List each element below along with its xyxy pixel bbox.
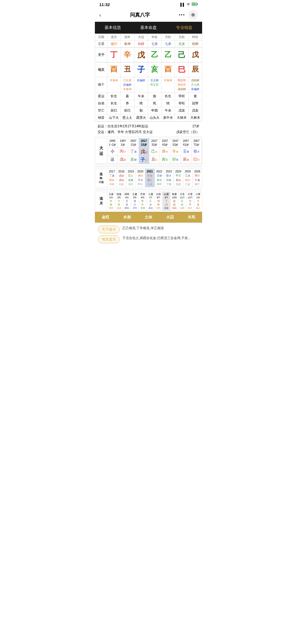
status-icons: ▌▌ [180,2,198,7]
tab-bar: 基本信息 基本命盘 专业细盘 [95,22,202,34]
lm-7: 立秋8/7丙申印伤 [155,192,163,211]
kw-7: 戊亥 [189,107,202,114]
dy-year-3: 200713岁 [128,138,139,148]
dy-branch-6: 寅官 [160,156,170,164]
zanggan-liunian: 己比肩 癸偏财 辛食神 [121,77,134,93]
svg-rect-2 [192,3,196,5]
battery-icon [192,2,198,7]
wuxing-tu: 土休 [138,212,159,223]
wuxing-mu: 木死 [181,212,202,223]
more-button[interactable]: ••• [179,12,185,17]
zz-2: 养 [121,100,134,107]
zz-6: 帝旺 [175,100,188,107]
ny-3: 霹雳火 [134,114,148,121]
ln-2017: 2017丁枭酉食辛卯 [107,169,117,187]
lm-9: 寒露10/8戊戌劫劫 [170,192,178,211]
label-nayin: 纳音 [95,114,107,121]
liuyue-grid: 流月 立春2/3庚寅伤官 惊蛰3/5辛卯食杀 清明4/4壬辰财劫 立夏5/5癸巳… [95,192,202,211]
zanggan-dayun: 癸偏财 [134,77,148,93]
zz-3: 绝 [134,100,148,107]
branch-nian: 亥 [148,63,161,77]
ny-6: 大林木 [175,114,188,121]
ny-2: 壁上土 [121,114,134,121]
dy-year-1: 19951~2岁 [107,138,118,148]
tips-section: 天干提示 乙己相克,丁辛相克,辛乙相克 地支提示 子丑合化土,寅酉合化金,巳西丑… [95,223,202,248]
dy-year-2: 19973岁 [118,138,128,148]
wuxing-jin: 金旺 [95,212,116,223]
lm-11: 大雪12/7庚子伤才 [186,192,194,211]
zanggan-yue: 辛食神 [161,77,175,93]
liuyue-section: 流月 立春2/3庚寅伤官 惊蛰3/5辛卯食杀 清明4/4壬辰财劫 立夏5/5癸巳… [95,192,202,211]
dy-stem-4: 戊劫 [139,148,149,156]
lm-2: 惊蛰3/5辛卯食杀 [115,192,123,211]
cell-yuezhu: 月柱 [161,34,175,40]
status-bar: 11:32 ▌▌ [95,0,202,8]
label-kongwang: 空亡 [95,107,107,114]
dy-year-6: 203743岁 [160,138,170,148]
zz-1: 长生 [107,100,121,107]
lm-4: 立夏5/5癸巳才印 [131,192,139,211]
zanggan-nian: 壬正财 甲正官 [148,77,161,93]
back-button[interactable]: ‹ [99,12,101,18]
zanggan-liuyue: 辛食神 [107,77,121,93]
dy-branch-3: 亥财 [128,156,139,164]
stem-shi: 戊 [189,48,202,62]
stem-yue: 乙 [161,48,175,62]
ny-5: 泉中水 [161,114,175,121]
ln-2025: 2025乙杀巳印己亥 [183,169,193,187]
xy-5: 长生 [161,93,175,100]
kw-4: 申酉 [148,107,161,114]
tab-basic-chart[interactable]: 基本命盘 [131,22,166,34]
wuxing-bar: 金旺 水相 土休 火囚 木死 [95,212,202,223]
cell-star-ri: 元女 [175,40,188,48]
tiangan-label: 天干 [95,48,107,62]
branch-dayun: 子 [134,63,148,77]
dy-branch-4: 子才 [139,156,149,164]
kongwang-note: 戊亥空亡（日） [176,130,199,134]
dayun-section: 大运 19951~2岁 19973岁 200713岁 201723岁 20273… [95,138,202,164]
branch-yue: 酉 [161,63,175,77]
dizhi-tips-row: 地支提示 子丑合化土,寅酉合化金,巳西丑三合金局,子辰... [98,236,199,243]
main-content: 日期 流月 流年 大运 年柱 月柱 日柱 时柱 主星 偏印 食神 劫财 七杀 七… [95,34,202,248]
ln-2022: 2022壬财寅官丙申 [155,169,164,187]
xy-6: 帝旺 [175,93,188,100]
lm-10: 立冬11/7己亥比财 [178,192,186,211]
zanggan-ri: 丙正印 庚伤官 戊劫财 [175,77,188,93]
tiangan-tips-button[interactable]: 天干提示 [98,226,120,233]
liuyue-label: 流月 [95,192,107,211]
xy-4: 胎 [148,93,161,100]
dizhi-label: 地支 [95,63,107,77]
zanggan-row: 藏干 辛食神 己比肩 癸偏财 辛食神 癸偏财 壬正财 甲正官 辛食神 丙正印 庚… [95,77,202,93]
cell-shizhu: 时柱 [189,34,202,40]
record-button[interactable] [188,10,198,20]
qiyun-section: 起运：出生后1年2月27天14时起运 27岁 交运：逢丙、辛年 大雪后25天 交… [95,121,202,137]
stem-nian: 乙 [148,48,161,62]
ln-2019: 2019己比亥财癸巳 [126,169,136,187]
cell-star-liunian: 食神 [121,40,134,48]
cell-star-nian: 七杀 [148,40,161,48]
cell-star-dayun: 劫财 [134,40,148,48]
signal-icon: ▌▌ [180,3,185,7]
label-xingyun: 星运 [95,93,107,100]
dy-branch-1: 运 [107,156,118,164]
kw-6: 戊亥 [175,107,188,114]
cell-zhuxing: 主星 [95,40,107,48]
divider1 [95,165,202,167]
wifi-icon [186,2,191,7]
dy-stem-3: 丁枭 [128,148,139,156]
dy-stem-9: 癸才 [191,148,202,156]
kw-2: 辰巳 [121,107,134,114]
wuxing-shui: 水相 [116,212,138,223]
lm-1: 立春2/3庚寅伤官 [107,192,115,211]
tab-pro-chart[interactable]: 专业细盘 [166,22,202,34]
ln-2020: 2020庚伤子才甲午 [136,169,145,187]
dy-stem-2: 丙印 [118,148,128,156]
dizhi-tips-button[interactable]: 地支提示 [98,236,120,243]
tab-basic-info[interactable]: 基本信息 [95,22,131,34]
branch-liuyue: 酉 [107,63,121,77]
ln-2018: 2018戊劫戌劫壬辰 [117,169,127,187]
cell-riqi: 日期 [95,34,107,40]
zanggan-label: 藏干 [95,77,107,93]
ny-4: 山头火 [148,114,161,121]
dy-year-7: 204753岁 [170,138,181,148]
